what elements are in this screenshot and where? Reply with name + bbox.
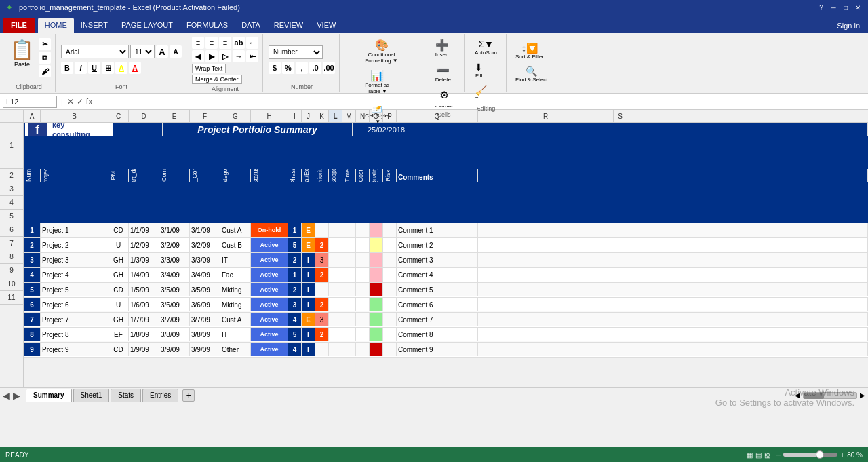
row-header-11[interactable]: 11 [0,291,23,305]
cell-6-project[interactable]: Project 6 [41,298,108,311]
cell-4-num[interactable]: 4 [24,268,41,282]
col-header-K[interactable]: K [315,110,329,122]
delete-button[interactable]: ➖ Delete [432,62,454,85]
cell-2-status[interactable]: Active [251,238,288,252]
sheet-scroll-right[interactable]: ▶ [13,390,20,401]
decrease-font-button[interactable]: A [170,45,182,58]
tab-review[interactable]: REVIEW [267,18,310,33]
cell-2-cost[interactable] [356,238,370,252]
cell-7-project[interactable]: Project 7 [41,313,108,326]
row-header-1[interactable]: 1 [0,123,23,169]
font-name-select[interactable]: Arial [61,45,129,58]
cell-9-cost[interactable] [356,343,370,356]
cell-3-comments[interactable]: Comment 3 [397,253,478,267]
cell-1-project[interactable]: Project 1 [41,223,108,237]
row-header-8[interactable]: 8 [0,250,23,264]
cell-5-comments[interactable]: Comment 5 [397,283,478,296]
align-middle-button[interactable]: ≡ [205,37,218,49]
cell-9-phase[interactable]: 4 [288,343,302,356]
col-header-G[interactable]: G [220,110,251,122]
col-header-H[interactable]: H [251,110,288,122]
cell-6-risk[interactable] [383,298,397,311]
cell-8-priority[interactable]: 2 [315,328,329,341]
add-sheet-button[interactable]: + [182,389,195,402]
indent-button[interactable]: ⇤ [246,50,258,62]
italic-button[interactable]: I [75,62,87,74]
underline-button[interactable]: U [88,62,100,74]
cell-5-ie[interactable]: I [302,283,315,296]
cell-4-project[interactable]: Project 4 [41,268,108,282]
cell-1-comments[interactable]: Comment 1 [397,223,478,237]
cell-7-cost[interactable] [356,313,370,326]
sheet-tab-summary[interactable]: Summary [26,389,72,402]
cell-1-priority[interactable] [315,223,329,237]
cell-1-target[interactable]: 3/1/09 [159,223,190,237]
col-header-C[interactable]: C [108,110,129,122]
cell-5-target[interactable]: 3/5/09 [159,283,190,296]
cell-2-time[interactable] [342,238,356,252]
cell-9-pm[interactable]: CD [108,343,129,356]
cell-9-target[interactable]: 3/9/09 [159,343,190,356]
percent-button[interactable]: % [282,62,294,74]
cell-8-scope[interactable] [329,328,342,341]
row-header-7[interactable]: 7 [0,237,23,250]
cell-7-forecast[interactable]: 3/7/09 [190,313,220,326]
cell-7-num[interactable]: 7 [24,313,41,326]
cell-3-time[interactable] [342,253,356,267]
col-header-J[interactable]: J [302,110,315,122]
cell-2-forecast[interactable]: 3/2/09 [190,238,220,252]
cell-4-time[interactable] [342,268,356,282]
font-color-button[interactable]: A [129,62,141,74]
cell-5-forecast[interactable]: 3/5/09 [190,283,220,296]
row-header-2[interactable]: 2 [0,169,23,182]
align-center-button[interactable]: ▶ [205,50,218,62]
sheet-tab-stats[interactable]: Stats [111,389,141,402]
tab-home[interactable]: HOME [38,18,74,33]
cell-3-priority[interactable]: 3 [315,253,329,267]
cell-9-time[interactable] [342,343,356,356]
cell-7-phase[interactable]: 4 [288,313,302,326]
indent-decrease-button[interactable]: → [233,50,245,62]
cell-1-forecast[interactable]: 3/1/09 [190,223,220,237]
cell-3-pm[interactable]: GH [108,253,129,267]
cell-9-status[interactable]: Active [251,343,288,356]
cell-9-project[interactable]: Project 9 [41,343,108,356]
cell-4-pm[interactable]: GH [108,268,129,282]
cell-7-quality[interactable] [370,313,383,326]
cell-2-ie[interactable]: E [302,238,315,252]
wrap-text-button[interactable]: Wrap Text [192,64,226,73]
cell-5-scope[interactable] [329,283,342,296]
autosum-button[interactable]: Σ▼ AutoSum [471,37,500,58]
help-button[interactable]: ? [816,3,826,12]
cell-4-cat[interactable]: Fac [220,268,251,282]
cell-6-pm[interactable]: U [108,298,129,311]
conditional-formatting-button[interactable]: 🎨 Conditional Formatting ▼ [361,37,401,66]
cell-8-risk[interactable] [383,328,397,341]
cell-1-cat[interactable]: Cust A [220,223,251,237]
cell-1-start[interactable]: 1/1/09 [129,223,159,237]
cell-7-priority[interactable]: 3 [315,313,329,326]
confirm-formula-icon[interactable]: ✓ [77,97,83,107]
align-top-button[interactable]: ≡ [192,37,204,49]
cell-8-phase[interactable]: 5 [288,328,302,341]
cell-3-project[interactable]: Project 3 [41,253,108,267]
cell-5-priority[interactable] [315,283,329,296]
cell-6-status[interactable]: Active [251,298,288,311]
cell-8-forecast[interactable]: 3/8/09 [190,328,220,341]
cell-5-num[interactable]: 5 [24,283,41,296]
tab-data[interactable]: DATA [235,18,267,33]
cell-6-time[interactable] [342,298,356,311]
cell-2-phase[interactable]: 5 [288,238,302,252]
row-header-6[interactable]: 6 [0,223,23,237]
cell-2-quality[interactable] [370,238,383,252]
sign-in-link[interactable]: Sign in [831,19,865,33]
col-header-E[interactable]: E [159,110,190,122]
col-header-A[interactable]: A [24,110,41,122]
format-painter-button[interactable]: 🖌 [39,65,51,77]
borders-button[interactable]: ⊞ [102,62,114,74]
cell-reference-input[interactable] [3,96,57,108]
cell-1-pm[interactable]: CD [108,223,129,237]
cell-7-target[interactable]: 3/7/09 [159,313,190,326]
tab-view[interactable]: VIEW [310,18,342,33]
cell-1-status[interactable]: On-hold [251,223,288,237]
